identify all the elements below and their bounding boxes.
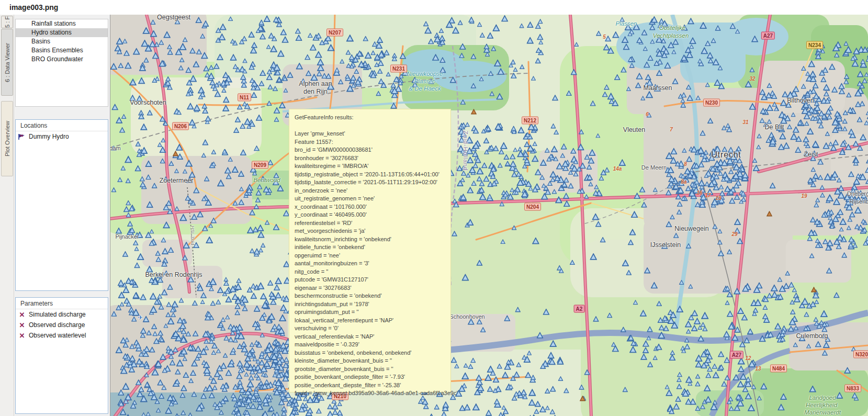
popup-line: maaiveldpositie = '-0.329'	[295, 341, 450, 349]
window-titlebar: image003.png	[0, 0, 868, 15]
popup-line: kleinste_diameter_bovenkant_buis = ''	[295, 357, 450, 365]
exit-label-17: 17	[705, 193, 711, 198]
road-shield-n230: N230	[703, 99, 720, 107]
x-icon: ✕	[18, 311, 26, 318]
sidebar: Rainfall stationsHydro stationsBasinsBas…	[14, 15, 110, 416]
road-shield-a27: A27	[730, 351, 743, 359]
parameter-item-simulated-discharge[interactable]: ✕Simulated discharge	[16, 309, 108, 320]
popup-line: kwaliteitsregime = 'IMBRO/A'	[295, 162, 450, 171]
popup-line: nitg_code = ''	[295, 268, 450, 276]
popup-line: eigenaar = '30276683'	[295, 284, 450, 293]
popup-line: opgeruimd = 'nee'	[295, 252, 450, 260]
layer-item-bro-groundwater[interactable]: BRO Groundwater	[16, 55, 108, 64]
x-icon: ✕	[18, 332, 26, 339]
popup-line: tijdstip_registratie_object = '2020-11-1…	[295, 171, 450, 179]
road-shield-a27: A27	[761, 32, 775, 40]
popup-line: aantal_monitoringbuizen = '3'	[295, 260, 450, 268]
popup-line: initiele_functie = 'onbekend'	[295, 243, 450, 252]
popup-line: GetFeatureInfo results:	[295, 114, 450, 122]
popup-line: kwaliteitsnorm_inrichting = 'onbekend'	[295, 235, 450, 244]
road-shield-n833: N833	[844, 385, 861, 392]
popup-line: in_onderzoek = 'nee'	[295, 187, 450, 195]
popup-line: uit_registratie_genomen = 'nee'	[295, 195, 450, 203]
exit-label-32: 32	[749, 76, 755, 82]
popup-line: lokaal_verticaal_referentiepunt = 'NAP'	[295, 317, 450, 325]
dock-tab-data-viewer[interactable]: 6 : Data Viewer	[1, 29, 13, 96]
road-shield-n234: N234	[806, 41, 823, 49]
locations-header: Locations	[16, 120, 108, 131]
popup-line: x_coordinaat = '101760.000'	[295, 203, 450, 211]
exit-label-5: 5	[603, 34, 606, 40]
popup-line: fuuid = 'gmw_kenset.bd395a90-36a6-46ad-a…	[295, 389, 450, 398]
popup-line: positie_onderkant_diepste_filter = '-25.…	[295, 381, 450, 390]
road-shield-n204: N204	[524, 203, 541, 211]
popup-line: beschermconstructie = 'onbekend'	[295, 292, 450, 300]
exit-label-6: 6	[646, 111, 649, 117]
popup-line: verschuiving = '0'	[295, 324, 450, 333]
road-shield-a2: A2	[574, 305, 585, 313]
parameter-item-observed-waterlevel[interactable]: ✕Observed waterlevel	[16, 330, 108, 341]
dock-tab-plot-overview[interactable]: Plot Overview	[1, 101, 13, 176]
exit-label-31: 31	[742, 119, 748, 125]
groundwater-marker-layer	[110, 15, 868, 416]
popup-line: positie_bovenkant_ondiepste_filter = '-7…	[295, 373, 450, 381]
popup-line: putcode = 'GMW31C127107'	[295, 276, 450, 284]
road-shield-n212: N212	[522, 117, 538, 125]
exit-label-13: 13	[755, 366, 761, 372]
layer-item-basins-ensembles[interactable]: Basins Ensembles	[16, 46, 108, 55]
parameter-item-observed-discharge[interactable]: ✕Observed discharge	[16, 320, 108, 330]
popup-line: Layer 'gmw_kenset'	[295, 130, 450, 138]
exit-label-8: 8	[684, 161, 687, 167]
popup-line: tijdstip_laatste_correctie = '2021-05-11…	[295, 178, 450, 187]
x-icon: ✕	[18, 321, 26, 329]
exit-label-8a: 8a	[681, 179, 686, 185]
popup-line	[295, 122, 450, 130]
dock-tab-strip: 5 : F 6 : Data Viewer Plot Overview	[0, 15, 14, 416]
road-shield-n206: N206	[172, 122, 189, 130]
layer-list[interactable]: Rainfall stationsHydro stationsBasinsBas…	[15, 19, 108, 107]
parameters-panel: Parameters ✕Simulated discharge✕Observed…	[15, 297, 108, 414]
road-shield-n207: N207	[326, 29, 343, 37]
popup-line: referentiestelsel = 'RD'	[295, 219, 450, 228]
road-shield-n484: N484	[770, 365, 787, 373]
exit-label-19: 19	[801, 193, 807, 199]
parameters-header: Parameters	[16, 298, 108, 309]
getfeatureinfo-popup: GetFeatureInfo results:Layer 'gmw_kenset…	[289, 109, 451, 392]
location-item-dummy-hydro[interactable]: Dummy Hydro	[16, 131, 108, 142]
road-shield-n209: N209	[252, 161, 268, 169]
exit-label-12: 12	[745, 355, 751, 361]
dock-tab-5[interactable]: 5 : F	[1, 16, 13, 28]
popup-line: buisstatus = 'onbekend, onbekend, onbeke…	[295, 349, 450, 357]
popup-line: y_coordinaat = '460495.000'	[295, 211, 450, 219]
layer-item-basins[interactable]: Basins	[16, 37, 108, 46]
exit-label-7: 7	[670, 127, 673, 132]
map-canvas[interactable]: OegstgeestVoorschotendamZoetermeerPijnac…	[110, 15, 868, 416]
exit-label-18: 18	[715, 195, 721, 201]
window-title: image003.png	[9, 3, 58, 12]
popup-line: inrichtingsdatum_put = '1978'	[295, 300, 450, 309]
popup-line: bronhouder = '30276683'	[295, 154, 450, 163]
road-shield-n231: N231	[390, 65, 407, 73]
popup-line: grootste_diameter_bovenkant_buis = ''	[295, 365, 450, 374]
flag-marker-icon	[18, 133, 26, 140]
popup-line: verticaal_referentievlak = 'NAP'	[295, 333, 450, 341]
layer-item-rainfall-stations[interactable]: Rainfall stations	[16, 19, 108, 28]
popup-line: opruimingsdatum_put = ''	[295, 308, 450, 317]
road-shield-n11: N11	[238, 94, 251, 102]
popup-line: Feature 11557:	[295, 138, 450, 147]
exit-label-14a: 14a	[613, 166, 622, 172]
road-shield-n320: N320	[853, 351, 868, 358]
layer-item-hydro-stations[interactable]: Hydro stations	[16, 28, 108, 37]
locations-panel: Locations Dummy Hydro	[15, 119, 108, 291]
exit-label-16: 16	[696, 190, 702, 196]
exit-label-29: 29	[731, 231, 737, 237]
popup-line: bro_id = 'GMW000000038681'	[295, 146, 450, 154]
popup-line: met_voorgeschiedenis = 'ja'	[295, 227, 450, 235]
